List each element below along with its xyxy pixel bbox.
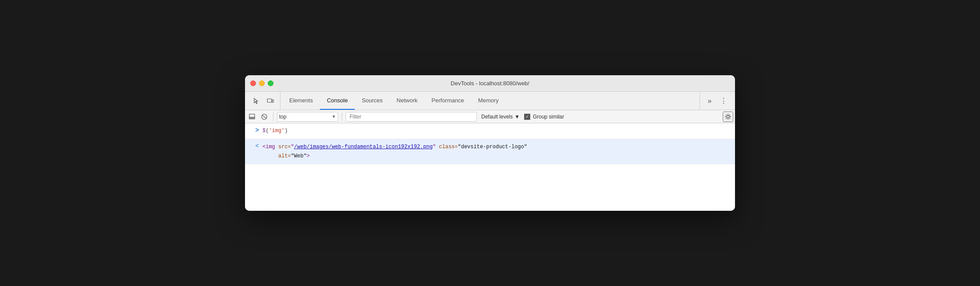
tab-bar-end: » ⋮ bbox=[700, 92, 733, 110]
tab-memory[interactable]: Memory bbox=[471, 92, 506, 110]
traffic-lights bbox=[250, 80, 273, 86]
more-tabs-button[interactable]: » bbox=[704, 95, 716, 107]
tab-network[interactable]: Network bbox=[390, 92, 425, 110]
html-src-link[interactable]: /web/images/web-fundamentals-icon192x192… bbox=[294, 144, 433, 150]
drawer-icon bbox=[249, 114, 255, 120]
string-arg: 'img' bbox=[269, 128, 284, 134]
console-input-row: > $('img') bbox=[245, 123, 735, 139]
input-prompt: > bbox=[245, 125, 262, 134]
html-attr-class: class= bbox=[439, 144, 458, 150]
cursor-icon bbox=[253, 98, 260, 105]
input-body: $('img') bbox=[262, 125, 735, 137]
device-icon bbox=[267, 98, 274, 105]
gear-icon bbox=[724, 113, 732, 120]
clear-icon bbox=[261, 114, 267, 120]
svg-rect-0 bbox=[267, 99, 272, 102]
devtools-window: DevTools - localhost:8080/web/ Elements bbox=[245, 75, 735, 211]
html-attr-alt: alt= bbox=[278, 153, 291, 159]
clear-console-button[interactable] bbox=[259, 112, 270, 122]
tab-bar: Elements Console Sources Network Perform… bbox=[245, 92, 735, 110]
svg-rect-2 bbox=[249, 114, 255, 118]
window-title: DevTools - localhost:8080/web/ bbox=[451, 80, 529, 87]
console-toolbar: top ▼ Default levels ▼ ✓ Group similar bbox=[245, 110, 735, 123]
inspect-element-button[interactable] bbox=[250, 95, 262, 107]
device-toolbar-button[interactable] bbox=[264, 95, 276, 107]
input-command: $('img') bbox=[262, 128, 288, 134]
tab-performance[interactable]: Performance bbox=[424, 92, 471, 110]
group-similar-area: ✓ Group similar bbox=[524, 114, 564, 120]
show-console-drawer-button[interactable] bbox=[247, 112, 257, 122]
html-attr-src: src= bbox=[278, 144, 291, 150]
filter-input[interactable] bbox=[346, 112, 477, 122]
tab-sources[interactable]: Sources bbox=[355, 92, 390, 110]
tab-elements[interactable]: Elements bbox=[282, 92, 320, 110]
console-output-row: < <img src="/web/images/web-fundamentals… bbox=[245, 139, 735, 164]
minimize-button[interactable] bbox=[259, 80, 265, 86]
settings-button[interactable] bbox=[723, 112, 733, 122]
alt-value: Web bbox=[294, 153, 304, 159]
group-similar-checkbox[interactable]: ✓ bbox=[524, 114, 530, 120]
svg-point-7 bbox=[727, 115, 729, 118]
class-value: devsite-product-logo bbox=[461, 144, 524, 150]
svg-line-6 bbox=[262, 115, 266, 118]
default-levels-button[interactable]: Default levels ▼ bbox=[479, 112, 522, 122]
output-prompt: < bbox=[245, 141, 262, 150]
context-dropdown-arrow: ▼ bbox=[332, 114, 336, 119]
tab-console[interactable]: Console bbox=[320, 92, 355, 110]
toolbar-divider-2 bbox=[342, 112, 342, 121]
close-button[interactable] bbox=[250, 80, 256, 86]
maximize-button[interactable] bbox=[268, 80, 273, 86]
title-bar: DevTools - localhost:8080/web/ bbox=[245, 75, 735, 92]
console-content: > $('img') < <img src="/web/images/web-f… bbox=[245, 123, 735, 211]
function-name: $ bbox=[262, 128, 266, 134]
svg-rect-1 bbox=[272, 100, 273, 102]
output-body: <img src="/web/images/web-fundamentals-i… bbox=[262, 141, 529, 162]
context-selector[interactable]: top ▼ bbox=[277, 112, 338, 122]
html-open-tag: <img bbox=[262, 144, 275, 150]
devtools-icons bbox=[247, 92, 280, 110]
toolbar-divider bbox=[273, 112, 273, 121]
default-levels-arrow-icon: ▼ bbox=[514, 114, 520, 120]
more-options-button[interactable]: ⋮ bbox=[718, 95, 730, 107]
